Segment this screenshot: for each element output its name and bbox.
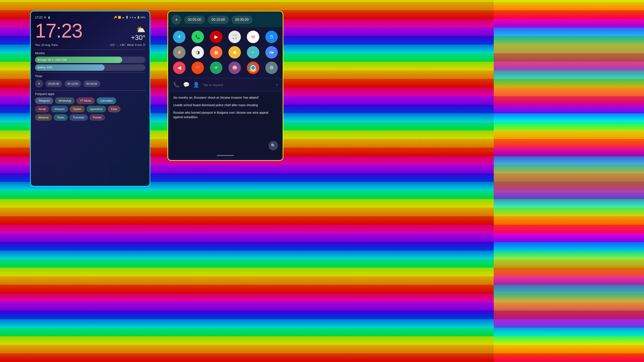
frequent-apps-label: Frequent apps [35,92,145,96]
app-whatsapp[interactable]: WhatsApp [55,97,75,104]
news-item-2-text: Uvalde school board dismissed police chi… [173,103,258,107]
signal-icon: ▲ [122,16,124,19]
timer-buttons: + 00:05:00 00:10:00 00:30:00 [35,79,145,88]
timer-10min[interactable]: 00:10:00 [64,80,81,87]
grid-app-shazam[interactable]: S [265,31,278,43]
app-gmail[interactable]: Gmail [35,106,49,112]
tap-to-expand: Tap to expand [203,83,273,87]
grid-app-whatsapp[interactable]: 📞 [192,31,204,43]
weather-cloud-icon: ⛅ [136,25,145,34]
timer-panel-10min[interactable]: 00:10:00 [208,16,228,24]
timer-section: + 00:05:00 00:10:00 00:30:00 [35,79,145,88]
grid-app-tor[interactable]: 🧅 [228,61,241,74]
big-clock-time: 17:23 [35,21,82,40]
timer-5min[interactable]: 00:05:00 [45,80,62,87]
app-files[interactable]: Files [108,106,120,112]
timer-add-button[interactable]: + [35,79,43,88]
weather-temperature: +30° [131,34,145,42]
clock-weather: ⛅ +30° [131,21,145,42]
grid-app-ticktick[interactable]: ✓ [247,46,259,58]
app-tasks[interactable]: Tasks [54,114,68,121]
status-bar: 17:23 ⚙ 💧 🔑 📶 ▲ 🔋 ⊙ ▾ ▲ 🔋 63% [35,16,145,19]
right-stripes [494,0,644,362]
app-ytmusic[interactable]: YT Music [76,97,95,104]
apps-divider [35,90,145,90]
monitor-label: Monitor [35,51,145,55]
apps-grid: ✈ 📞 ▶ − □+ = M S ⚡ ◑ ▦ ◆ ✓ A▶ ◀ 👾 tT 🧅 ⚙ [168,27,283,77]
app-telegram[interactable]: Telegram [35,97,53,104]
grid-app-ytmusic[interactable]: ▶ [210,31,222,43]
storage-label: Storage: 86.3 / 109.6 GiB [38,58,66,61]
contacts-icon: 👤 [193,82,200,88]
phone-right-panel: + 00:05:00 00:10:00 00:30:00 ✈ 📞 ▶ − □+ … [168,11,283,161]
grid-app-tasker[interactable]: ⚡ [173,46,186,58]
grid-app-settings[interactable]: ⚙ [265,61,278,74]
app-shazam[interactable]: Shazam [51,106,68,112]
date-text: Thu, 25 Aug, Paris [35,43,58,46]
grid-app-ttorrent[interactable]: tT [210,61,222,74]
grid-app-telegram[interactable]: ✈ [173,31,186,43]
frequent-apps: Frequent apps Telegram WhatsApp YT Music… [35,92,145,121]
grid-app-calculator[interactable]: − □+ = [228,31,241,43]
grid-app-gmail[interactable]: M [247,31,259,43]
app-binance[interactable]: Binance [35,114,52,121]
phone-icon: 📞 [173,82,180,88]
news-item-1-text: Six months on, Russians' shock at Ukrain… [173,96,259,99]
apps-row-1: Telegram WhatsApp YT Music Calculator [35,97,145,104]
grid-app-reddit[interactable]: 👾 [192,61,204,74]
battery-bar-fill: Battery: 63% [35,64,104,71]
timer-panel-5min[interactable]: 00:05:00 [184,16,205,24]
search-button[interactable]: 🔍 [268,141,278,150]
contact-widget[interactable]: 📞 💬 👤 Tap to expand [170,79,281,90]
key-icon: 🔑 [114,16,117,19]
grid-app-speedtest[interactable]: ◑ [192,46,204,58]
search-icon: 🔍 [271,143,276,148]
sms-icon: 💬 [183,82,190,88]
news-panel: Six months on, Russians' shock at Ukrain… [170,92,281,158]
grid-app-translate[interactable]: A▶ [265,46,278,58]
battery-label: Battery: 63% [38,66,52,69]
drop-icon: 💧 [48,16,51,19]
grid-app-pocket[interactable]: ◀ [173,61,186,74]
scroll-indicator [217,155,234,156]
battery-percent: ⊙ ▾ ▲ 🔋 63% [130,16,145,19]
grid-app-chrome[interactable] [247,61,259,74]
storage-bar-fill: Storage: 86.3 / 109.6 GiB [35,57,122,63]
news-item-2: Uvalde school board dismissed police chi… [173,103,278,107]
monitor-divider [35,49,145,50]
app-speedtest[interactable]: Speedtest [86,106,106,112]
timer-panel-add[interactable]: + [172,15,182,25]
date-row: Thu, 25 Aug, Paris +21° … +30°, Wind: 4 … [35,43,145,46]
contact-dot [276,84,278,85]
phone-left-panel: 17:23 ⚙ 💧 🔑 📶 ▲ 🔋 ⊙ ▾ ▲ 🔋 63% 17:23 ⛅ +3… [30,11,150,187]
timer-panel-top: + 00:05:00 00:10:00 00:30:00 [168,11,283,27]
app-pocket[interactable]: Pocket [90,114,105,121]
timer-30min[interactable]: 00:30:00 [83,80,100,87]
big-clock-row: 17:23 ⛅ +30° [35,21,145,42]
timer-panel-30min[interactable]: 00:30:00 [232,16,252,24]
storage-bar-wrap: Storage: 86.3 / 109.6 GiB [35,57,145,63]
app-tasker[interactable]: Tasker [70,106,85,112]
grid-app-binance[interactable]: ◆ [228,46,241,58]
timer-divider [35,72,145,73]
app-translate[interactable]: Translate [69,114,88,121]
progress-container: Storage: 86.3 / 109.6 GiB Battery: 63% [35,57,145,71]
grid-app-frames[interactable]: ▦ [210,46,222,58]
news-item-3-text: Russian who burned passport in Bulgaria … [173,111,268,119]
wifi-icon: 📶 [118,16,121,19]
battery-bar-wrap: Battery: 63% [35,64,145,71]
app-calculator[interactable]: Calculator [96,97,116,104]
settings-icon: ⚙ [44,16,46,19]
battery-icon: 🔋 [125,16,128,19]
apps-row-3: Binance Tasks Translate Pocket [35,114,145,121]
news-item-1: Six months on, Russians' shock at Ukrain… [173,95,278,100]
status-icons: 🔑 📶 ▲ 🔋 ⊙ ▾ ▲ 🔋 63% [114,16,145,19]
status-time: 17:23 ⚙ 💧 [35,16,51,19]
apps-row-2: Gmail Shazam Tasker Speedtest Files [35,106,145,112]
status-clock: 17:23 [35,16,42,19]
news-item-3: Russian who burned passport in Bulgaria … [173,110,278,119]
timer-label: Timer [35,74,145,78]
weather-detail: +21° … +30°, Wind: 4 m/s ⏱ [110,43,145,46]
